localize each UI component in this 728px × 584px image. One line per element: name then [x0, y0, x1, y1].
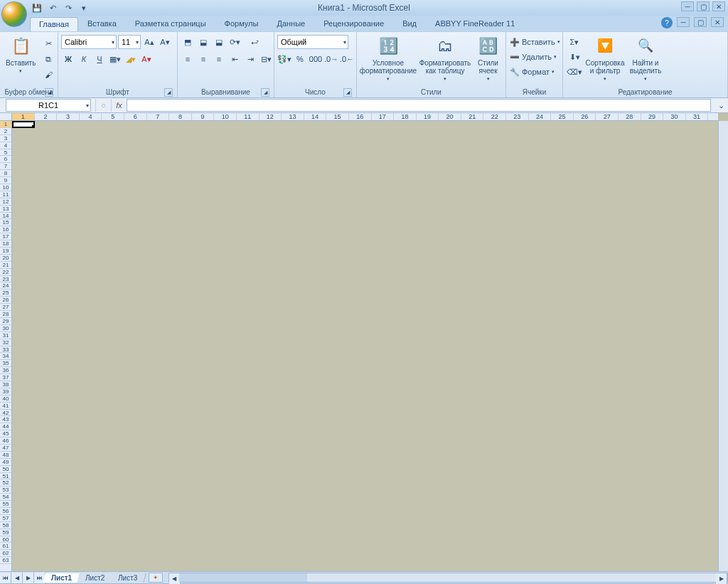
row-header[interactable]: 5 [0, 149, 11, 156]
fx-icon[interactable]: fx [111, 99, 127, 112]
col-header[interactable]: 22 [483, 113, 506, 120]
row-header[interactable]: 31 [0, 332, 11, 339]
hscroll-thumb[interactable] [179, 573, 307, 582]
col-header[interactable]: 26 [574, 113, 596, 120]
row-header[interactable]: 27 [0, 304, 11, 311]
row-header[interactable]: 61 [0, 543, 11, 550]
row-header[interactable]: 37 [0, 374, 11, 381]
decrease-decimal-icon[interactable]: .0← [340, 52, 354, 66]
col-header[interactable]: 19 [417, 113, 439, 120]
row-header[interactable]: 22 [0, 269, 11, 276]
grow-font-icon[interactable]: A▴ [142, 35, 156, 49]
hscroll-right-icon[interactable]: ▶ [716, 573, 727, 584]
align-middle-icon[interactable]: ⬓ [196, 35, 210, 49]
row-header[interactable]: 47 [0, 445, 11, 452]
name-box[interactable]: R1C1 [6, 99, 91, 112]
number-format-combo[interactable]: Общий [277, 35, 348, 49]
cancel-formula-icon[interactable]: ○ [95, 99, 111, 112]
row-header[interactable]: 45 [0, 430, 11, 437]
col-header[interactable]: 31 [686, 113, 709, 120]
col-header[interactable]: 23 [506, 113, 529, 120]
paste-button[interactable]: 📋 Вставить ▾ [3, 33, 38, 75]
font-name-combo[interactable]: Calibri [61, 35, 117, 49]
row-header[interactable]: 11 [0, 191, 11, 198]
horizontal-scrollbar[interactable]: ◀ ▶ [168, 573, 728, 583]
row-header[interactable]: 49 [0, 459, 11, 466]
bold-button[interactable]: Ж [61, 52, 75, 66]
col-header[interactable]: 16 [349, 113, 372, 120]
cut-icon[interactable]: ✂ [41, 36, 55, 51]
find-select-button[interactable]: 🔍 Найти и выделить▾ [627, 33, 664, 83]
row-header[interactable]: 20 [0, 255, 11, 262]
align-top-icon[interactable]: ⬒ [181, 35, 195, 49]
row-header[interactable]: 12 [0, 198, 11, 206]
align-center-icon[interactable]: ≡ [196, 52, 210, 66]
row-header[interactable]: 34 [0, 353, 11, 360]
row-header[interactable]: 25 [0, 290, 11, 297]
clear-icon[interactable]: ⌫▾ [566, 65, 583, 79]
decrease-indent-icon[interactable]: ⇤ [228, 52, 242, 66]
row-header[interactable]: 6 [0, 156, 11, 163]
increase-indent-icon[interactable]: ⇥ [243, 52, 257, 66]
col-header[interactable]: 28 [619, 113, 641, 120]
tab-data[interactable]: Данные [267, 16, 314, 31]
row-header[interactable]: 2 [0, 128, 11, 135]
col-header[interactable]: 30 [663, 113, 686, 120]
currency-icon[interactable]: 💱▾ [277, 52, 291, 66]
expand-formula-bar-icon[interactable]: ⌄ [714, 98, 728, 112]
active-cell[interactable] [12, 121, 35, 128]
row-header[interactable]: 41 [0, 403, 11, 410]
number-dialog-launcher[interactable]: ◢ [343, 88, 352, 97]
col-header[interactable]: 13 [282, 113, 304, 120]
clipboard-dialog-launcher[interactable]: ◢ [45, 88, 53, 97]
help-icon[interactable]: ? [661, 17, 673, 28]
col-header[interactable]: 10 [214, 113, 237, 120]
row-header[interactable]: 62 [0, 550, 11, 557]
border-icon[interactable]: ▦▾ [108, 52, 122, 66]
tab-formulas[interactable]: Формулы [215, 16, 268, 31]
fill-handle[interactable] [32, 125, 35, 128]
sheet-tab-3[interactable]: Лист3 [110, 573, 147, 583]
col-header[interactable]: 25 [551, 113, 574, 120]
row-header[interactable]: 15 [0, 219, 11, 226]
cells-area[interactable] [12, 121, 718, 571]
row-header[interactable]: 63 [0, 557, 11, 564]
col-header[interactable]: 6 [124, 113, 147, 120]
row-header[interactable]: 57 [0, 515, 11, 522]
underline-button[interactable]: Ч [92, 52, 107, 66]
align-right-icon[interactable]: ≡ [212, 52, 226, 66]
orientation-icon[interactable]: ⟳▾ [228, 35, 242, 49]
shrink-font-icon[interactable]: A▾ [158, 35, 172, 49]
col-header[interactable]: 9 [192, 113, 215, 120]
tab-view[interactable]: Вид [393, 16, 426, 31]
tab-review[interactable]: Рецензирование [314, 16, 393, 31]
row-header[interactable]: 56 [0, 508, 11, 515]
row-header[interactable]: 14 [0, 213, 11, 220]
row-header[interactable]: 44 [0, 423, 11, 430]
row-header[interactable]: 50 [0, 466, 11, 473]
row-header[interactable]: 54 [0, 494, 11, 501]
row-header[interactable]: 60 [0, 536, 11, 543]
font-color-icon[interactable]: A▾ [139, 52, 154, 66]
row-header[interactable]: 21 [0, 262, 11, 269]
sort-filter-button[interactable]: 🔽 Сортировка и фильтр▾ [586, 33, 624, 83]
minimize-button[interactable]: ─ [681, 1, 694, 11]
percent-icon[interactable]: % [293, 52, 307, 66]
row-header[interactable]: 39 [0, 388, 11, 395]
format-as-table-button[interactable]: 🗂 Форматировать как таблицу▾ [419, 33, 471, 83]
row-header[interactable]: 58 [0, 522, 11, 529]
redo-icon[interactable]: ↷ [61, 1, 75, 14]
row-header[interactable]: 3 [0, 135, 11, 142]
autosum-icon[interactable]: Σ▾ [566, 35, 583, 49]
fill-color-icon[interactable]: ◢▾ [124, 52, 138, 66]
row-headers[interactable]: 1234567891011121314151617181920212223242… [0, 121, 12, 571]
align-left-icon[interactable]: ≡ [181, 52, 195, 66]
workbook-minimize-button[interactable]: ─ [677, 17, 690, 27]
row-header[interactable]: 7 [0, 163, 11, 170]
row-header[interactable]: 28 [0, 311, 11, 318]
conditional-formatting-button[interactable]: 🔢 Условное форматирование▾ [360, 33, 417, 83]
col-header[interactable]: 5 [102, 113, 124, 120]
col-header[interactable]: 1 [12, 113, 35, 120]
row-header[interactable]: 55 [0, 501, 11, 508]
row-header[interactable]: 40 [0, 395, 11, 403]
